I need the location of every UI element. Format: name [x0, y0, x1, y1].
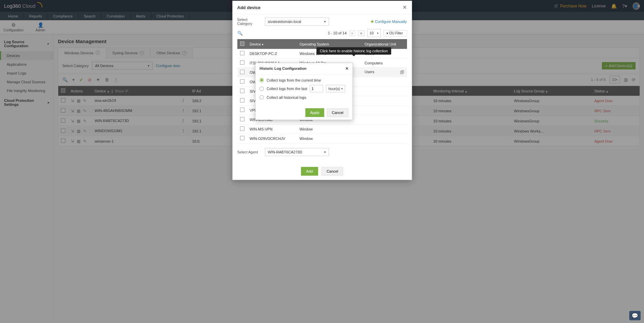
row-checkbox[interactable] [240, 117, 244, 121]
radio-all-historical[interactable]: Collect all historical logs [260, 95, 348, 99]
conf-man-label: Configure Manually [375, 20, 407, 24]
modal-category-label: Select Category [237, 18, 261, 26]
ou-filter-button[interactable]: ▾OU Filter [383, 30, 407, 36]
mcell-os: Window [297, 134, 362, 143]
search-icon[interactable]: 🔍 [237, 31, 243, 36]
agent-value: WIN-RABT6CA273D [268, 150, 302, 154]
mcell-ou [362, 77, 407, 87]
modal-title: Add device [237, 5, 261, 10]
mcell-device: DESKTOP-PC-2 [247, 49, 297, 58]
radio-icon [260, 87, 264, 91]
popover-cancel-button[interactable]: Cancel [327, 108, 348, 117]
modal-row[interactable]: WIN-MS-VPN Window [237, 124, 407, 134]
duration-input[interactable] [310, 85, 323, 92]
chevron-down-icon: ▾ [324, 20, 326, 23]
close-icon[interactable]: ✕ [345, 66, 348, 71]
mcol-device-label: Device [250, 42, 261, 46]
row-checkbox[interactable] [240, 89, 244, 93]
historic-log-popover: Historic Log Configuration ✕ Collect log… [255, 63, 353, 120]
mcell-ou: Users🗐 [362, 68, 407, 77]
configure-manually-link[interactable]: ✚Configure Manually [371, 20, 407, 24]
history-icon[interactable]: 🗐 [400, 70, 404, 75]
radio-current-time[interactable]: Collect logs from the current time [260, 78, 348, 82]
radio-current-time-label: Collect logs from the current time [267, 78, 321, 82]
close-icon[interactable]: ✕ [403, 4, 407, 10]
modal-cancel-button[interactable]: Cancel [321, 167, 343, 176]
historic-log-tooltip: Click here to enable historic log collec… [316, 47, 391, 55]
funnel-icon: ▾ [386, 31, 388, 35]
row-checkbox[interactable] [240, 70, 244, 74]
row-checkbox[interactable] [240, 60, 244, 65]
chat-icon: 💬 [632, 313, 638, 319]
row-checkbox[interactable] [240, 126, 244, 131]
domain-value: sivatestdomain.local [268, 20, 301, 24]
modal-pager-text: 1 - 10 of 14 [328, 31, 347, 35]
domain-select[interactable]: sivatestdomain.local▾ [265, 18, 329, 26]
mcell-device: WIN-MS-VPN [247, 124, 297, 134]
mcell-ou [362, 106, 407, 115]
mcol-device[interactable]: Device ▾ [247, 39, 297, 49]
page-next-button[interactable]: › [349, 30, 355, 36]
mcell-os: Window [297, 124, 362, 134]
row-checkbox[interactable] [240, 79, 244, 84]
mcell-ou: Computers [362, 58, 407, 68]
modal-add-button[interactable]: Add [301, 167, 318, 176]
radio-icon [260, 95, 264, 99]
modal-select-all[interactable] [240, 41, 244, 46]
popover-title: Historic Log Configuration [260, 66, 306, 71]
unit-value: hour(s) [328, 87, 340, 91]
page-last-button[interactable]: » [358, 30, 365, 36]
row-checkbox[interactable] [240, 108, 244, 112]
chevron-down-icon: ▾ [341, 87, 343, 90]
ou-filter-label: OU Filter [389, 31, 403, 35]
radio-all-label: Collect all historical logs [267, 95, 306, 99]
modal-page-size[interactable]: 10▾ [367, 29, 381, 37]
radio-icon-selected [260, 78, 264, 82]
select-agent-label: Select Agent [237, 150, 261, 154]
agent-select[interactable]: WIN-RABT6CA273D▾ [265, 148, 329, 156]
mcell-ou [362, 134, 407, 143]
chat-button[interactable]: 💬 [629, 311, 641, 320]
radio-from-last[interactable]: Collect logs from the last hour(s)▾ [260, 85, 348, 92]
plus-icon: ✚ [371, 20, 374, 24]
mcell-ou [362, 87, 407, 96]
apply-button[interactable]: Apply [305, 108, 324, 117]
mcell-ou [362, 124, 407, 134]
radio-from-last-label: Collect logs from the last [267, 87, 307, 91]
mcell-ou [362, 115, 407, 124]
chevron-down-icon: ▾ [324, 150, 326, 154]
mcell-device: WIN-O29VDCRCHJV [247, 134, 297, 143]
row-checkbox[interactable] [240, 51, 244, 55]
modal-row[interactable]: WIN-O29VDCRCHJV Window [237, 134, 407, 143]
unit-select[interactable]: hour(s)▾ [326, 85, 345, 92]
modal-page-size-value: 10 [370, 31, 374, 35]
filter-icon: ▾ [262, 43, 264, 46]
mcell-ou [362, 96, 407, 106]
row-checkbox[interactable] [240, 98, 244, 102]
row-checkbox[interactable] [240, 136, 244, 140]
